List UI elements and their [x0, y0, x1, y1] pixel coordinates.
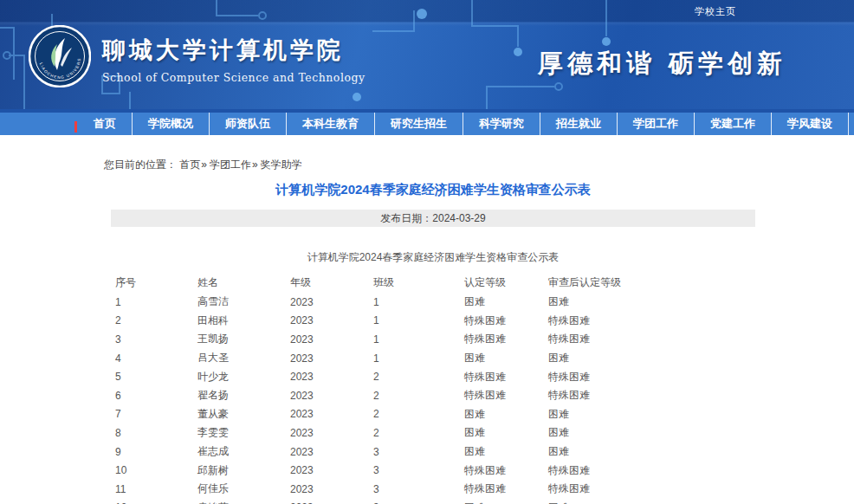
table-cell: 特殊困难	[464, 367, 548, 386]
table-row: 4吕大圣20231困难困难	[115, 349, 752, 368]
table-row: 8李雯雯20232困难困难	[115, 423, 752, 443]
table-cell: 特殊困难	[464, 461, 548, 480]
nav-item-1[interactable]: 首页	[78, 113, 133, 135]
publish-date-value: 2024-03-29	[432, 212, 485, 224]
table-cell: 特殊困难	[464, 312, 548, 331]
table-cell: 田相科	[197, 312, 290, 331]
university-logo[interactable]: LIAOCHENG UNIVERSITY	[29, 25, 91, 87]
table-body: 1高雪洁20231困难困难2田相科20231特殊困难特殊困难3王凯扬20231特…	[115, 293, 752, 504]
table-cell: 3	[373, 443, 464, 462]
table-cell: 高雪洁	[197, 293, 290, 312]
table-cell: 困难	[548, 349, 752, 368]
nav-item-5[interactable]: 研究生招生	[375, 113, 463, 135]
table-cell: 特殊困难	[548, 386, 752, 405]
nav-item-7[interactable]: 招生就业	[540, 113, 618, 135]
org-title: 聊城大学计算机学院	[102, 35, 365, 66]
breadcrumb-separator: »	[252, 158, 258, 171]
nav-item-6[interactable]: 科学研究	[463, 113, 540, 135]
table-cell: 2023	[290, 480, 373, 499]
content-column: 计算机学院2024春季家庭经济困难学生资格审查公示表 发布日期：2024-03-…	[111, 182, 755, 504]
table-row: 7董从豪20232困难困难	[115, 405, 752, 424]
table-row: 2田相科20231特殊困难特殊困难	[115, 312, 752, 331]
header-banner: 学校主页 LIAOCHENG UNIVERSITY 聊城大学计算机学院 Scho…	[0, 0, 854, 109]
table-cell: 2023	[290, 386, 373, 405]
table-cell: 特殊困难	[464, 480, 548, 499]
nav-item-8[interactable]: 学团工作	[618, 113, 695, 135]
table-cell: 吕大圣	[197, 349, 290, 368]
table-cell: 1	[373, 349, 464, 368]
table-cell: 7	[115, 405, 197, 424]
breadcrumb-separator: »	[201, 158, 207, 171]
breadcrumb-link-3[interactable]: 奖学助学	[261, 158, 302, 171]
header-row: 序号姓名年级班级认定等级审查后认定等级	[115, 273, 752, 293]
table-cell: 2	[115, 312, 197, 331]
page: 学校主页 LIAOCHENG UNIVERSITY 聊城大学计算机学院 Scho…	[0, 0, 854, 504]
table-cell: 困难	[548, 405, 752, 424]
breadcrumb-label: 您目前的位置：	[104, 158, 177, 171]
main-nav: 首页学院概况师资队伍本科生教育研究生招生科学研究招生就业学团工作党建工作学风建设	[0, 109, 854, 135]
table-row: 11何佳乐20233特殊困难特殊困难	[115, 480, 752, 499]
table-cell: 困难	[548, 293, 752, 312]
table-cell: 特殊困难	[464, 330, 548, 349]
table-cell: 5	[115, 367, 197, 386]
table-cell: 2023	[290, 443, 373, 462]
table-cell: 3	[373, 461, 464, 480]
table-cell: 3	[115, 330, 197, 349]
table-cell: 2023	[290, 293, 373, 312]
table-cell: 1	[373, 312, 464, 331]
table-cell: 困难	[464, 499, 548, 504]
table-cell: 困难	[464, 405, 548, 424]
school-homepage-link[interactable]: 学校主页	[695, 5, 736, 18]
column-header-5: 认定等级	[464, 273, 548, 293]
slogan-text: 厚德和谐 砺学创新	[538, 47, 786, 81]
table-cell: 困难	[464, 293, 548, 312]
table-cell: 2023	[290, 349, 373, 368]
table-row: 6翟名扬20232特殊困难特殊困难	[115, 386, 752, 405]
table-cell: 2023	[290, 499, 373, 504]
table-cell: 1	[373, 330, 464, 349]
nav-item-3[interactable]: 师资队伍	[210, 113, 287, 135]
publish-date-bar: 发布日期：2024-03-29	[111, 210, 755, 227]
brand-block: 聊城大学计算机学院 School of Computer Science and…	[102, 35, 365, 84]
nav-item-2[interactable]: 学院概况	[133, 113, 210, 135]
table-cell: 10	[115, 461, 197, 480]
table-cell: 2023	[290, 330, 373, 349]
table-cell: 8	[115, 423, 197, 443]
table-cell: 2023	[290, 461, 373, 480]
table-cell: 困难	[464, 423, 548, 443]
table-cell: 困难	[464, 349, 548, 368]
table-cell: 4	[115, 349, 197, 368]
table-cell: 9	[115, 443, 197, 462]
table-cell: 12	[115, 499, 197, 504]
table-row: 1高雪洁20231困难困难	[115, 293, 752, 312]
content-area: 您目前的位置： 首页»学团工作»奖学助学 计算机学院2024春季家庭经济困难学生…	[0, 158, 854, 504]
table-cell: 3	[373, 480, 464, 499]
publish-date-label: 发布日期：	[380, 212, 432, 224]
nav-item-10[interactable]: 学风建设	[772, 113, 849, 135]
breadcrumb-link-2[interactable]: 学团工作	[210, 158, 251, 171]
table-cell: 6	[115, 386, 197, 405]
table-cell: 2	[373, 386, 464, 405]
column-header-4: 班级	[373, 273, 464, 293]
column-header-3: 年级	[290, 273, 373, 293]
table-cell: 2	[373, 423, 464, 443]
article-title: 计算机学院2024春季家庭经济困难学生资格审查公示表	[111, 182, 755, 198]
student-roster-table: 序号姓名年级班级认定等级审查后认定等级 1高雪洁20231困难困难2田相科202…	[115, 273, 752, 504]
nav-item-4[interactable]: 本科生教育	[287, 113, 375, 135]
table-cell: 邱新树	[197, 461, 290, 480]
table-cell: 李雯雯	[197, 423, 290, 443]
table-cell: 3	[373, 499, 464, 504]
table-cell: 2	[373, 367, 464, 386]
breadcrumb-link-1[interactable]: 首页	[179, 158, 200, 171]
table-row: 9崔志成20233困难困难	[115, 443, 752, 462]
table-cell: 2023	[290, 405, 373, 424]
table-cell: 困难	[548, 443, 752, 462]
table-cell: 董从豪	[197, 405, 290, 424]
table-cell: 2023	[290, 423, 373, 443]
table-caption: 计算机学院2024春季家庭经济困难学生资格审查公示表	[111, 250, 755, 265]
column-header-2: 姓名	[197, 273, 290, 293]
table-row: 5叶少龙20232特殊困难特殊困难	[115, 367, 752, 386]
table-cell: 困难	[548, 499, 752, 504]
column-header-1: 序号	[115, 273, 197, 293]
nav-item-9[interactable]: 党建工作	[695, 113, 772, 135]
